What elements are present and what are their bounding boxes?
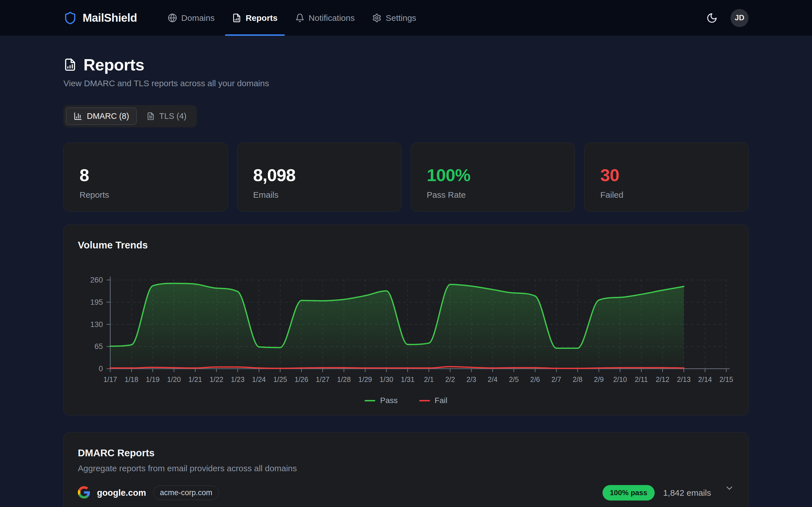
- nav-menu: Domains Reports Notifications: [159, 0, 425, 36]
- main-content: Reports View DMARC and TLS reports acros…: [0, 55, 812, 507]
- svg-text:1/25: 1/25: [273, 376, 287, 383]
- nav-item-label: Domains: [181, 13, 214, 23]
- tab-dmarc[interactable]: DMARC (8): [66, 108, 137, 125]
- moon-icon: [706, 12, 718, 24]
- page-subtitle: View DMARC and TLS reports across all yo…: [63, 78, 749, 88]
- svg-text:1/21: 1/21: [188, 376, 202, 383]
- navbar: MailShield Domains Reports: [0, 0, 812, 36]
- email-count: 1,842 emails: [663, 488, 711, 498]
- svg-text:1/28: 1/28: [337, 376, 351, 383]
- chart-legend: Pass Fail: [78, 396, 734, 405]
- chevron-down-icon[interactable]: [725, 483, 734, 493]
- nav-item-label: Notifications: [309, 13, 355, 23]
- svg-text:1/29: 1/29: [358, 376, 372, 383]
- dmarc-reports-subtitle: Aggregate reports from email providers a…: [78, 464, 734, 473]
- nav-item-label: Settings: [386, 13, 416, 23]
- pass-rate-badge: 100% pass: [603, 485, 655, 501]
- stat-value: 8: [80, 165, 227, 185]
- stat-label: Emails: [253, 190, 401, 200]
- stat-label: Pass Rate: [427, 190, 575, 200]
- nav-item-settings[interactable]: Settings: [363, 0, 425, 36]
- report-row-google[interactable]: google.com acme-corp.com 100% pass 1,842…: [78, 485, 734, 501]
- provider-name: google.com: [97, 488, 146, 498]
- svg-text:2/12: 2/12: [656, 376, 670, 383]
- stat-label: Reports: [80, 190, 227, 200]
- chart-area: 0651301952601/171/181/191/201/211/221/23…: [78, 266, 734, 388]
- domain-badge: acme-corp.com: [153, 486, 219, 500]
- svg-text:195: 195: [90, 298, 103, 306]
- tab-tls[interactable]: TLS (4): [139, 108, 194, 125]
- svg-text:1/20: 1/20: [167, 376, 181, 383]
- bell-icon: [295, 13, 305, 22]
- svg-text:2/7: 2/7: [552, 376, 561, 383]
- svg-text:1/23: 1/23: [231, 376, 245, 383]
- file-text-icon: [147, 112, 155, 120]
- svg-text:1/27: 1/27: [316, 376, 329, 383]
- svg-text:0: 0: [99, 364, 103, 373]
- fail-line-swatch: [419, 400, 430, 401]
- theme-toggle-button[interactable]: [706, 12, 718, 24]
- svg-text:2/9: 2/9: [594, 376, 604, 383]
- avatar[interactable]: JD: [730, 9, 749, 27]
- dmarc-reports-title: DMARC Reports: [78, 447, 734, 459]
- nav-item-label: Reports: [246, 13, 277, 23]
- active-nav-underline: [225, 34, 285, 36]
- file-chart-icon: [232, 13, 241, 22]
- svg-text:1/24: 1/24: [252, 376, 266, 383]
- file-chart-icon: [63, 58, 77, 71]
- svg-text:2/15: 2/15: [719, 376, 733, 383]
- volume-trends-chart: 0651301952601/171/181/191/201/211/221/23…: [78, 266, 735, 386]
- stat-card-emails: 8,098 Emails: [237, 143, 402, 212]
- svg-text:65: 65: [94, 342, 103, 351]
- svg-text:2/11: 2/11: [635, 376, 648, 383]
- legend-label: Pass: [380, 396, 398, 405]
- svg-text:1/19: 1/19: [146, 376, 160, 383]
- svg-text:2/13: 2/13: [677, 376, 691, 383]
- stat-value: 100%: [427, 165, 575, 185]
- nav-item-notifications[interactable]: Notifications: [287, 0, 363, 36]
- stat-label: Failed: [600, 190, 748, 200]
- svg-text:2/2: 2/2: [445, 376, 455, 383]
- globe-icon: [168, 13, 177, 22]
- svg-text:2/1: 2/1: [424, 376, 434, 383]
- nav-item-reports[interactable]: Reports: [223, 0, 286, 36]
- google-icon: [78, 486, 90, 500]
- stat-value: 30: [600, 165, 748, 185]
- stat-card-reports: 8 Reports: [63, 143, 228, 212]
- svg-text:2/8: 2/8: [573, 376, 582, 383]
- gear-icon: [372, 13, 382, 22]
- svg-text:2/5: 2/5: [509, 376, 519, 383]
- nav-right: JD: [706, 9, 749, 27]
- page-header: Reports View DMARC and TLS reports acros…: [63, 55, 749, 88]
- pass-line-swatch: [364, 400, 375, 401]
- svg-text:1/30: 1/30: [379, 376, 393, 383]
- stats-row: 8 Reports 8,098 Emails 100% Pass Rate 30…: [63, 143, 749, 212]
- svg-text:260: 260: [90, 276, 103, 284]
- svg-text:1/31: 1/31: [401, 376, 414, 383]
- chart-title: Volume Trends: [78, 239, 734, 251]
- tab-label: TLS (4): [159, 112, 187, 121]
- legend-label: Fail: [435, 396, 448, 405]
- svg-text:1/22: 1/22: [209, 376, 223, 383]
- legend-item-fail: Fail: [419, 396, 448, 405]
- legend-item-pass: Pass: [364, 396, 398, 405]
- svg-text:2/6: 2/6: [530, 376, 540, 383]
- svg-text:2/14: 2/14: [698, 376, 712, 383]
- brand[interactable]: MailShield: [63, 11, 137, 25]
- chart-column-icon: [73, 112, 82, 121]
- stat-value: 8,098: [253, 165, 401, 185]
- svg-text:1/26: 1/26: [295, 376, 308, 383]
- shield-logo-icon: [63, 11, 77, 25]
- report-type-tabs: DMARC (8) TLS (4): [63, 105, 197, 127]
- tab-label: DMARC (8): [87, 112, 129, 121]
- brand-name: MailShield: [83, 11, 137, 24]
- volume-trends-card: Volume Trends 0651301952601/171/181/191/…: [63, 224, 749, 415]
- svg-text:2/4: 2/4: [488, 376, 498, 383]
- page-title: Reports: [84, 55, 144, 74]
- svg-text:2/3: 2/3: [466, 376, 476, 383]
- svg-text:2/10: 2/10: [613, 376, 627, 383]
- stat-card-failed: 30 Failed: [584, 143, 749, 212]
- dmarc-reports-card: DMARC Reports Aggregate reports from ema…: [63, 432, 749, 507]
- svg-text:130: 130: [90, 320, 103, 329]
- nav-item-domains[interactable]: Domains: [159, 0, 223, 36]
